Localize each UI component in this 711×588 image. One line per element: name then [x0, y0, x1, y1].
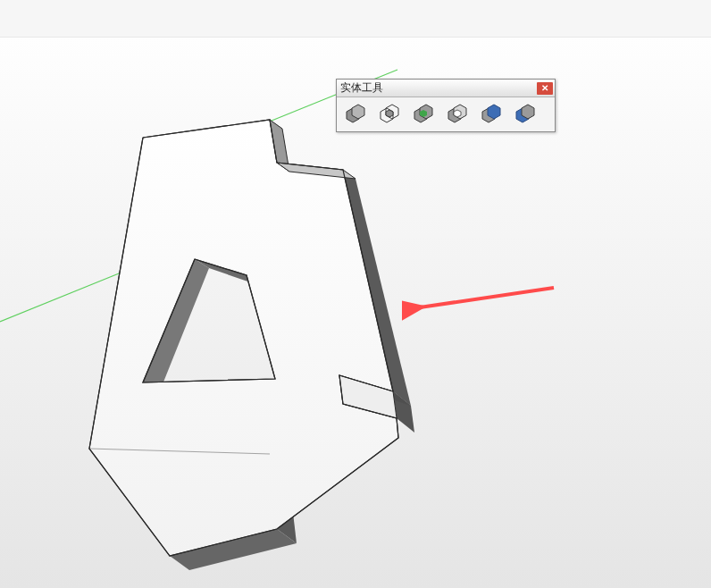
outer-shell-icon — [344, 104, 367, 123]
svg-marker-3 — [352, 105, 364, 119]
outer-shell-button[interactable] — [342, 101, 369, 126]
axis-green-back — [0, 272, 123, 322]
annotation-arrow — [402, 270, 563, 323]
svg-line-1 — [420, 288, 554, 307]
model-3d[interactable] — [89, 120, 414, 570]
intersect-icon — [378, 104, 401, 123]
toolbar-close-button[interactable]: ✕ — [537, 82, 553, 95]
toolbar-header[interactable]: 实体工具 ✕ — [337, 80, 555, 97]
solid-tools-toolbar[interactable]: 实体工具 ✕ — [336, 79, 556, 132]
svg-marker-14 — [488, 105, 500, 119]
toolbar-body — [337, 97, 555, 131]
trim-button[interactable] — [478, 101, 505, 126]
union-button[interactable] — [410, 101, 437, 126]
subtract-icon — [446, 104, 469, 123]
viewport-3d[interactable]: 实体工具 ✕ — [0, 38, 711, 588]
subtract-button[interactable] — [444, 101, 471, 126]
toolbar-title: 实体工具 — [340, 80, 383, 96]
svg-marker-6 — [386, 110, 393, 117]
svg-marker-12 — [454, 110, 461, 117]
app-top-bar — [0, 0, 711, 38]
union-icon — [412, 104, 435, 123]
trim-icon — [480, 104, 503, 123]
intersect-button[interactable] — [376, 101, 403, 126]
close-icon: ✕ — [541, 83, 548, 93]
split-button[interactable] — [512, 101, 539, 126]
split-icon — [514, 104, 537, 123]
svg-marker-16 — [522, 105, 534, 119]
